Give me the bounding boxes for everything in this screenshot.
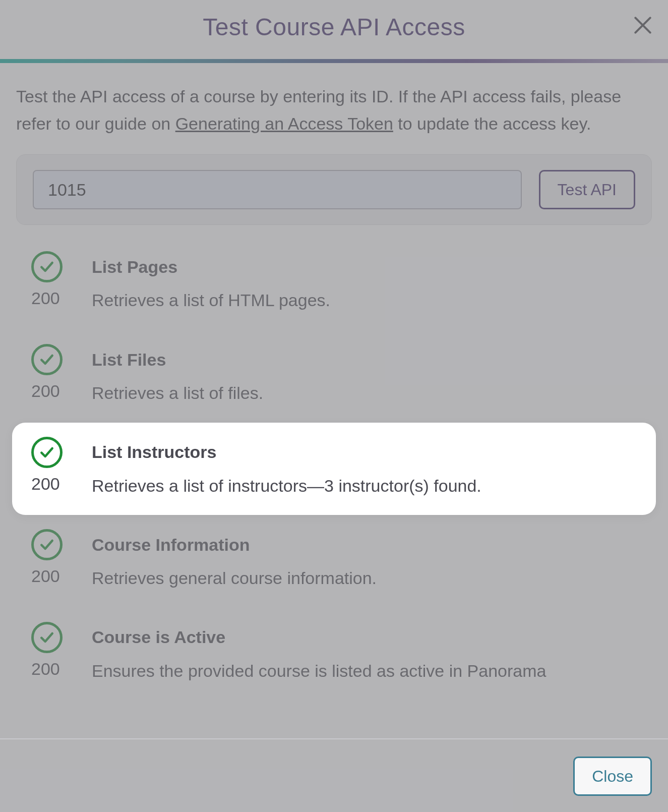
- input-bar: Test API: [16, 154, 652, 225]
- success-check-icon: [31, 437, 63, 468]
- course-id-input[interactable]: [33, 170, 522, 209]
- result-item: List Files 200 Retrieves a list of files…: [31, 330, 637, 423]
- close-icon[interactable]: [632, 14, 654, 36]
- close-button[interactable]: Close: [573, 757, 652, 796]
- intro-text: Test the API access of a course by enter…: [16, 83, 652, 137]
- status-code: 200: [31, 474, 92, 498]
- modal-title: Test Course API Access: [10, 13, 658, 41]
- success-check-icon: [31, 529, 63, 560]
- result-title: Course is Active: [92, 627, 637, 647]
- accent-divider: [0, 59, 668, 63]
- success-check-icon: [31, 622, 63, 653]
- result-description: Retrieves a list of instructors—3 instru…: [92, 474, 637, 498]
- test-api-button[interactable]: Test API: [539, 170, 635, 209]
- result-title: Course Information: [92, 535, 637, 555]
- success-check-icon: [31, 251, 63, 282]
- result-description: Retrieves a list of files.: [92, 381, 637, 405]
- results-list: List Pages 200 Retrieves a list of HTML …: [16, 230, 652, 700]
- modal-dialog: Test Course API Access Test the API acce…: [0, 0, 668, 812]
- status-code: 200: [31, 566, 92, 591]
- modal-body: Test the API access of a course by enter…: [0, 63, 668, 738]
- status-code: 200: [31, 659, 92, 683]
- result-description: Retrieves general course information.: [92, 566, 637, 591]
- intro-post: to update the access key.: [393, 114, 591, 133]
- result-item: List Instructors 200 Retrieves a list of…: [12, 423, 656, 515]
- status-code: 200: [31, 288, 92, 313]
- success-check-icon: [31, 344, 63, 375]
- result-title: List Instructors: [92, 442, 637, 462]
- result-description: Retrieves a list of HTML pages.: [92, 288, 637, 313]
- result-title: List Files: [92, 350, 637, 370]
- modal-header: Test Course API Access: [0, 0, 668, 59]
- generate-token-link[interactable]: Generating an Access Token: [175, 114, 393, 133]
- result-item: Course is Active 200 Ensures the provide…: [31, 608, 637, 701]
- result-description: Ensures the provided course is listed as…: [92, 659, 637, 683]
- result-item: Course Information 200 Retrieves general…: [31, 515, 637, 608]
- result-item: List Pages 200 Retrieves a list of HTML …: [31, 237, 637, 330]
- modal-footer: Close: [0, 738, 668, 812]
- status-code: 200: [31, 381, 92, 405]
- result-title: List Pages: [92, 257, 637, 277]
